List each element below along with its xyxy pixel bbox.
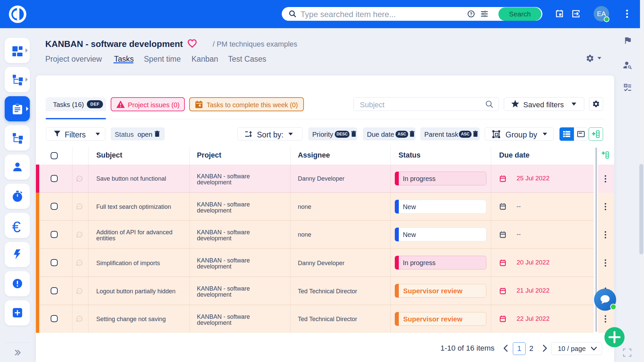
svg-text:?: ?	[470, 11, 473, 16]
